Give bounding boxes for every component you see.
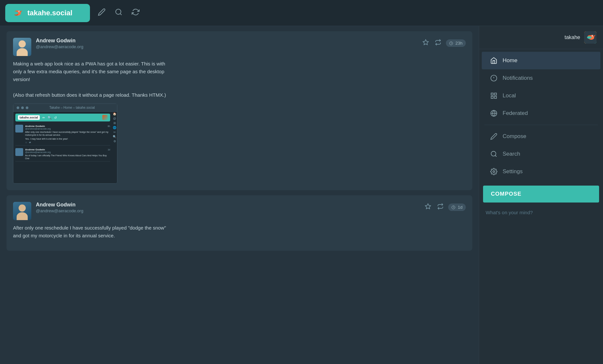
svg-point-21 (593, 35, 593, 36)
sidebar-avatar[interactable] (584, 31, 596, 44)
local-label: Local (503, 92, 516, 99)
settings-nav-icon (490, 167, 498, 176)
logo-area[interactable]: takahe.social (5, 4, 90, 22)
top-icons (98, 8, 598, 18)
star-button-2[interactable] (423, 202, 433, 212)
svg-point-6 (13, 11, 18, 15)
preview-logo: takahe.social (18, 115, 40, 120)
time-badge-2: 1d (448, 203, 466, 211)
refresh-icon[interactable] (132, 8, 140, 18)
sidebar-item-local[interactable]: Local (482, 87, 600, 105)
post-card-2: Andrew Godwin @andrew@aeracode.org (7, 195, 472, 251)
home-icon (490, 56, 498, 65)
settings-nav-label: Settings (503, 168, 522, 175)
preview-titlebar: Takahe – Home – takahe.social (13, 104, 117, 112)
compose-nav-icon (490, 132, 498, 141)
top-bar: takahe.social (0, 0, 603, 26)
user-info: Andrew Godwin @andrew@aeracode.org (36, 38, 421, 49)
avatar-2 (13, 202, 31, 220)
notifications-icon (490, 74, 498, 82)
post-actions: 23h (421, 38, 466, 48)
post-actions-2: 1d (423, 202, 466, 212)
preview-header: takahe.social ✏ 🔍 ↺ (15, 114, 110, 121)
sidebar-item-settings[interactable]: Settings (482, 163, 600, 180)
svg-rect-26 (494, 93, 496, 95)
boost-button-2[interactable] (436, 202, 445, 212)
sidebar-item-notifications[interactable]: Notifications (482, 69, 600, 87)
star-button[interactable] (421, 38, 430, 48)
sidebar-top-user: takahe (479, 26, 603, 49)
sidebar-username: takahe (565, 35, 580, 40)
app-title: takahe.social (27, 9, 72, 17)
local-icon (490, 91, 498, 100)
search-nav-label: Search (503, 151, 520, 157)
logo-icon (10, 7, 23, 20)
sidebar-item-federated[interactable]: Federated (482, 105, 600, 122)
sidebar-nav: Home Notifications (479, 49, 603, 183)
author-handle-2: @andrew@aeracode.org (36, 208, 423, 213)
svg-point-31 (491, 151, 496, 156)
post-content-2: After only one reschedule I have success… (13, 224, 466, 240)
svg-rect-28 (494, 96, 496, 98)
svg-point-19 (587, 36, 592, 39)
nav-divider (484, 125, 598, 125)
author-name: Andrew Godwin (36, 38, 421, 44)
main-layout: Andrew Godwin @andrew@aeracode.org (0, 26, 603, 364)
user-info-2: Andrew Godwin @andrew@aeracode.org (36, 202, 423, 213)
post-header-2: Andrew Godwin @andrew@aeracode.org (13, 202, 466, 220)
right-sidebar: takahe (479, 26, 603, 364)
compose-nav-label: Compose (503, 133, 526, 140)
svg-point-32 (493, 171, 495, 173)
preview-post-2: Andrew Godwin 1d @andrew@aeracode.org As… (15, 147, 110, 161)
svg-point-8 (19, 11, 20, 12)
post-image: Takahe – Home – takahe.social takahe.soc… (13, 104, 117, 184)
compose-placeholder[interactable]: What's on your mind? (486, 210, 533, 215)
feed-column: Andrew Godwin @andrew@aeracode.org (0, 26, 479, 364)
sidebar-item-compose[interactable]: Compose (482, 128, 600, 145)
sidebar-item-search[interactable]: Search (482, 145, 600, 163)
compose-area: What's on your mind? (479, 205, 603, 220)
compose-icon[interactable] (98, 8, 106, 18)
sidebar-item-home[interactable]: Home (482, 52, 600, 69)
search-icon[interactable] (115, 8, 123, 18)
compose-button[interactable]: COMPOSE (483, 186, 599, 203)
time-badge: 23h (446, 39, 466, 47)
federated-label: Federated (503, 110, 528, 117)
preview-nav-rail: 🏠 @ ⊞ 🌐 ✏ 🔍 ⚙ (112, 112, 117, 183)
author-handle: @andrew@aeracode.org (36, 44, 421, 49)
post-content: Making a web app look nice as a PWA has … (13, 60, 466, 99)
boost-button[interactable] (434, 38, 443, 48)
svg-rect-25 (491, 93, 493, 95)
svg-rect-27 (491, 96, 493, 98)
federated-icon (490, 109, 498, 118)
svg-marker-10 (423, 40, 428, 45)
avatar (13, 38, 31, 56)
home-label: Home (503, 57, 517, 64)
svg-point-9 (116, 9, 121, 14)
preview-url: Takahe – Home – takahe.social (30, 106, 114, 109)
search-nav-icon (490, 150, 498, 158)
svg-marker-12 (425, 204, 431, 209)
author-name-2: Andrew Godwin (36, 202, 423, 208)
post-card: Andrew Godwin @andrew@aeracode.org (7, 31, 472, 190)
notifications-label: Notifications (503, 75, 533, 81)
post-header: Andrew Godwin @andrew@aeracode.org (13, 38, 466, 56)
preview-post-1: Andrew Godwin 8h @andrew@aeracode.org Af… (15, 123, 110, 146)
